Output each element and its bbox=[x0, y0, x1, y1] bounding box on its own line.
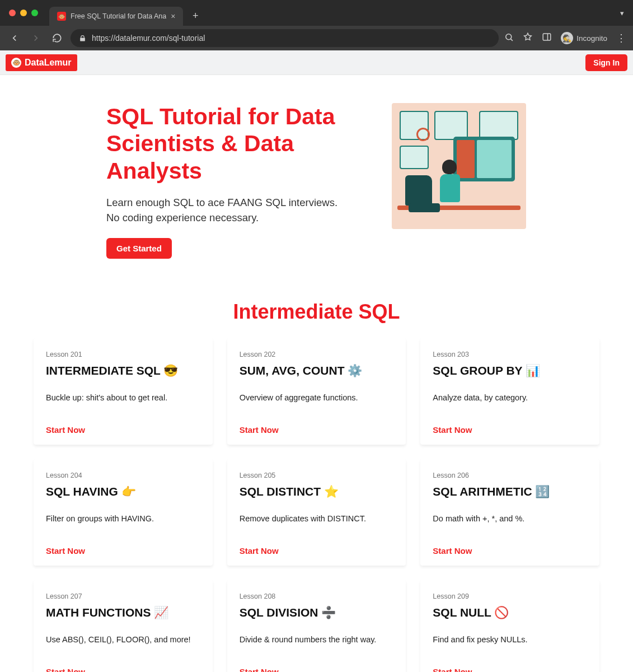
search-icon[interactable] bbox=[504, 32, 514, 44]
lesson-label: Lesson 207 bbox=[46, 592, 200, 600]
lessons-grid: Lesson 201 INTERMEDIATE SQL 😎 Buckle up:… bbox=[0, 338, 633, 672]
lesson-card[interactable]: Lesson 204 SQL HAVING 👉 Filter on groups… bbox=[34, 459, 213, 566]
bookmark-star-icon[interactable] bbox=[523, 32, 533, 44]
incognito-icon: 🕵 bbox=[561, 32, 573, 44]
lesson-card[interactable]: Lesson 203 SQL GROUP BY 📊 Analyze data, … bbox=[420, 338, 599, 445]
start-now-button[interactable]: Start Now bbox=[240, 546, 394, 556]
nav-back-button[interactable] bbox=[7, 30, 22, 46]
window-minimize-button[interactable] bbox=[20, 10, 27, 16]
lesson-description: Use ABS(), CEIL(), FLOOR(), and more! bbox=[46, 635, 200, 651]
start-now-button[interactable]: Start Now bbox=[240, 667, 394, 672]
lesson-title: INTERMEDIATE SQL 😎 bbox=[46, 364, 200, 377]
incognito-label: Incognito bbox=[576, 34, 607, 43]
hero-illustration bbox=[392, 103, 526, 229]
lesson-label: Lesson 205 bbox=[240, 472, 394, 479]
window-close-button[interactable] bbox=[9, 10, 16, 16]
start-now-button[interactable]: Start Now bbox=[46, 425, 200, 435]
lesson-description: Buckle up: shit's about to get real. bbox=[46, 393, 200, 409]
lesson-description: Divide & round numbers the right way. bbox=[240, 635, 394, 651]
new-tab-button[interactable]: + bbox=[187, 8, 203, 24]
lesson-description: Find and fix pesky NULLs. bbox=[433, 635, 587, 651]
lesson-label: Lesson 206 bbox=[433, 472, 587, 479]
tabs-dropdown-icon[interactable]: ▾ bbox=[620, 9, 624, 17]
start-now-button[interactable]: Start Now bbox=[433, 425, 587, 435]
lesson-title: MATH FUNCTIONS 📈 bbox=[46, 606, 200, 619]
start-now-button[interactable]: Start Now bbox=[240, 425, 394, 435]
lesson-title: SQL DIVISION ➗ bbox=[240, 606, 394, 619]
hero-subtitle: Learn enough SQL to ace FAANG SQL interv… bbox=[106, 195, 347, 226]
tab-title: Free SQL Tutorial for Data Ana bbox=[71, 12, 166, 20]
lesson-card[interactable]: Lesson 202 SUM, AVG, COUNT ⚙️ Overview o… bbox=[227, 338, 406, 445]
sign-in-button[interactable]: Sign In bbox=[585, 54, 627, 71]
nav-reload-button[interactable] bbox=[49, 30, 65, 46]
window-controls bbox=[9, 10, 38, 16]
lock-icon bbox=[78, 34, 86, 42]
lesson-card[interactable]: Lesson 209 SQL NULL 🚫 Find and fix pesky… bbox=[420, 580, 599, 672]
lesson-title: SQL GROUP BY 📊 bbox=[433, 364, 587, 377]
lesson-title: SQL DISTINCT ⭐ bbox=[240, 485, 394, 498]
lesson-label: Lesson 208 bbox=[240, 592, 394, 600]
lesson-title: SQL NULL 🚫 bbox=[433, 606, 587, 619]
hero-title: SQL Tutorial for Data Scientists & Data … bbox=[106, 103, 347, 184]
lesson-label: Lesson 209 bbox=[433, 592, 587, 600]
get-started-button[interactable]: Get Started bbox=[106, 238, 172, 259]
svg-point-0 bbox=[506, 34, 512, 39]
panel-icon[interactable] bbox=[542, 32, 552, 44]
lesson-description: Filter on groups with HAVING. bbox=[46, 514, 200, 530]
browser-tab[interactable]: 🐵 Free SQL Tutorial for Data Ana × bbox=[49, 7, 183, 26]
lesson-label: Lesson 203 bbox=[433, 351, 587, 358]
url-bar[interactable]: https://datalemur.com/sql-tutorial bbox=[71, 29, 499, 47]
start-now-button[interactable]: Start Now bbox=[46, 667, 200, 672]
brand-name: DataLemur bbox=[25, 58, 72, 68]
site-header: 🐵 DataLemur Sign In bbox=[0, 50, 633, 75]
incognito-indicator[interactable]: 🕵 Incognito bbox=[561, 32, 607, 44]
window-maximize-button[interactable] bbox=[31, 10, 38, 16]
lesson-title: SQL ARITHMETIC 🔢 bbox=[433, 485, 587, 498]
section-title: Intermediate SQL bbox=[0, 300, 633, 324]
svg-rect-1 bbox=[543, 34, 551, 40]
start-now-button[interactable]: Start Now bbox=[433, 546, 587, 556]
lesson-description: Overview of aggregate functions. bbox=[240, 393, 394, 409]
browser-menu-button[interactable]: ⋮ bbox=[616, 32, 626, 44]
lesson-description: Remove duplicates with DISTINCT. bbox=[240, 514, 394, 530]
lesson-card[interactable]: Lesson 206 SQL ARITHMETIC 🔢 Do math with… bbox=[420, 459, 599, 566]
site-logo[interactable]: 🐵 DataLemur bbox=[6, 54, 77, 71]
lesson-card[interactable]: Lesson 205 SQL DISTINCT ⭐ Remove duplica… bbox=[227, 459, 406, 566]
lesson-card[interactable]: Lesson 201 INTERMEDIATE SQL 😎 Buckle up:… bbox=[34, 338, 213, 445]
browser-toolbar: https://datalemur.com/sql-tutorial 🕵 Inc… bbox=[0, 26, 633, 50]
lesson-label: Lesson 202 bbox=[240, 351, 394, 358]
lesson-title: SQL HAVING 👉 bbox=[46, 485, 200, 498]
lesson-description: Analyze data, by category. bbox=[433, 393, 587, 409]
lesson-label: Lesson 201 bbox=[46, 351, 200, 358]
lesson-label: Lesson 204 bbox=[46, 472, 200, 479]
url-text: https://datalemur.com/sql-tutorial bbox=[92, 34, 205, 43]
lesson-title: SUM, AVG, COUNT ⚙️ bbox=[240, 364, 394, 377]
lesson-description: Do math with +, *, and %. bbox=[433, 514, 587, 530]
lesson-card[interactable]: Lesson 207 MATH FUNCTIONS 📈 Use ABS(), C… bbox=[34, 580, 213, 672]
nav-forward-button[interactable] bbox=[28, 30, 44, 46]
start-now-button[interactable]: Start Now bbox=[46, 546, 200, 556]
browser-tab-strip: 🐵 Free SQL Tutorial for Data Ana × + ▾ bbox=[0, 0, 633, 26]
start-now-button[interactable]: Start Now bbox=[433, 667, 587, 672]
close-tab-icon[interactable]: × bbox=[171, 12, 175, 21]
logo-icon: 🐵 bbox=[11, 58, 21, 68]
tab-favicon: 🐵 bbox=[57, 12, 66, 21]
hero-section: SQL Tutorial for Data Scientists & Data … bbox=[0, 75, 633, 281]
lesson-card[interactable]: Lesson 208 SQL DIVISION ➗ Divide & round… bbox=[227, 580, 406, 672]
